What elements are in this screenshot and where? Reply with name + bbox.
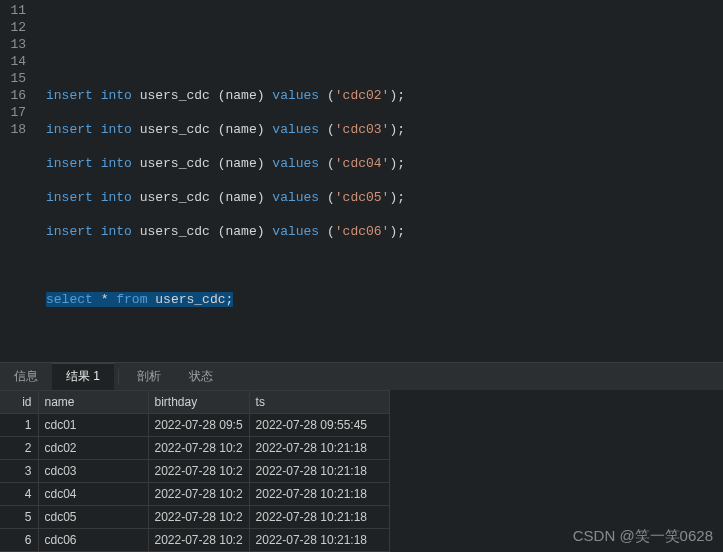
line-number: 14 <box>8 53 26 70</box>
kw-values: values <box>272 88 319 103</box>
table-header-row: id name birthday ts <box>0 391 389 414</box>
code-line[interactable] <box>46 257 405 274</box>
col-header-ts[interactable]: ts <box>249 391 389 414</box>
result-tabs: 信息 结果 1 剖析 状态 <box>0 362 723 390</box>
col-header-id[interactable]: id <box>0 391 38 414</box>
cell-id[interactable]: 6 <box>0 529 38 552</box>
table-row[interactable]: 1cdc012022-07-28 09:52022-07-28 09:55:45 <box>0 414 389 437</box>
code-line[interactable] <box>46 36 405 53</box>
kw-from: from <box>116 292 147 307</box>
kw-insert: insert <box>46 88 93 103</box>
code-line[interactable]: insert into users_cdc (name) values ('cd… <box>46 87 405 104</box>
result-grid[interactable]: id name birthday ts 1cdc012022-07-28 09:… <box>0 390 723 552</box>
cell-name[interactable]: cdc06 <box>38 529 148 552</box>
line-number: 17 <box>8 104 26 121</box>
line-number: 11 <box>8 2 26 19</box>
cell-ts[interactable]: 2022-07-28 09:55:45 <box>249 414 389 437</box>
table-row[interactable]: 3cdc032022-07-28 10:22022-07-28 10:21:18 <box>0 460 389 483</box>
line-number: 18 <box>8 121 26 138</box>
cell-ts[interactable]: 2022-07-28 10:21:18 <box>249 529 389 552</box>
cell-name[interactable]: cdc01 <box>38 414 148 437</box>
cell-ts[interactable]: 2022-07-28 10:21:18 <box>249 506 389 529</box>
str-value: 'cdc02' <box>335 88 390 103</box>
code-line[interactable]: insert into users_cdc (name) values ('cd… <box>46 189 405 206</box>
tab-info[interactable]: 信息 <box>0 363 52 390</box>
tab-separator <box>118 369 119 385</box>
col-name: name <box>226 88 257 103</box>
table-row[interactable]: 5cdc052022-07-28 10:22022-07-28 10:21:18 <box>0 506 389 529</box>
cell-name[interactable]: cdc05 <box>38 506 148 529</box>
cell-birthday[interactable]: 2022-07-28 10:2 <box>148 437 249 460</box>
kw-select: select <box>46 292 93 307</box>
table-row[interactable]: 2cdc022022-07-28 10:22022-07-28 10:21:18 <box>0 437 389 460</box>
code-line[interactable]: insert into users_cdc (name) values ('cd… <box>46 155 405 172</box>
line-number: 16 <box>8 87 26 104</box>
table-row[interactable]: 6cdc062022-07-28 10:22022-07-28 10:21:18 <box>0 529 389 552</box>
tab-result[interactable]: 结果 1 <box>52 363 114 390</box>
cell-name[interactable]: cdc02 <box>38 437 148 460</box>
kw-into: into <box>101 88 132 103</box>
cell-birthday[interactable]: 2022-07-28 10:2 <box>148 506 249 529</box>
cell-id[interactable]: 2 <box>0 437 38 460</box>
code-line[interactable]: insert into users_cdc (name) values ('cd… <box>46 121 405 138</box>
table-row[interactable]: 4cdc042022-07-28 10:22022-07-28 10:21:18 <box>0 483 389 506</box>
line-number: 12 <box>8 19 26 36</box>
line-number: 15 <box>8 70 26 87</box>
cell-birthday[interactable]: 2022-07-28 09:5 <box>148 414 249 437</box>
cell-ts[interactable]: 2022-07-28 10:21:18 <box>249 460 389 483</box>
cell-ts[interactable]: 2022-07-28 10:21:18 <box>249 437 389 460</box>
cell-ts[interactable]: 2022-07-28 10:21:18 <box>249 483 389 506</box>
cell-birthday[interactable]: 2022-07-28 10:2 <box>148 460 249 483</box>
result-table[interactable]: id name birthday ts 1cdc012022-07-28 09:… <box>0 390 390 552</box>
tab-profile[interactable]: 剖析 <box>123 363 175 390</box>
cell-name[interactable]: cdc04 <box>38 483 148 506</box>
cell-birthday[interactable]: 2022-07-28 10:2 <box>148 529 249 552</box>
cell-birthday[interactable]: 2022-07-28 10:2 <box>148 483 249 506</box>
cell-name[interactable]: cdc03 <box>38 460 148 483</box>
code-content[interactable]: insert into users_cdc (name) values ('cd… <box>34 0 405 362</box>
cell-id[interactable]: 1 <box>0 414 38 437</box>
tab-status[interactable]: 状态 <box>175 363 227 390</box>
table-name: users_cdc <box>140 88 210 103</box>
code-line[interactable]: select * from users_cdc; <box>46 291 405 308</box>
cell-id[interactable]: 4 <box>0 483 38 506</box>
code-editor[interactable]: 11 12 13 14 15 16 17 18 insert into user… <box>0 0 723 362</box>
cell-id[interactable]: 3 <box>0 460 38 483</box>
col-header-name[interactable]: name <box>38 391 148 414</box>
cell-id[interactable]: 5 <box>0 506 38 529</box>
col-header-birthday[interactable]: birthday <box>148 391 249 414</box>
code-line[interactable]: insert into users_cdc (name) values ('cd… <box>46 223 405 240</box>
line-number: 13 <box>8 36 26 53</box>
line-gutter: 11 12 13 14 15 16 17 18 <box>0 0 34 362</box>
